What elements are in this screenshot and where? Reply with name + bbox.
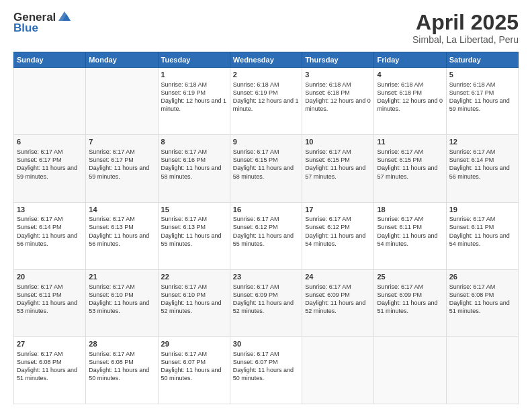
sunrise: Sunrise: 6:17 AM: [161, 216, 208, 222]
sunset: Sunset: 6:14 PM: [17, 224, 62, 230]
daylight: Daylight: 11 hours and 50 minutes.: [233, 367, 294, 381]
day-number: 30: [233, 339, 299, 349]
sunset: Sunset: 6:10 PM: [161, 291, 206, 298]
table-row: 24Sunrise: 6:17 AMSunset: 6:09 PMDayligh…: [302, 269, 374, 336]
daylight: Daylight: 11 hours and 51 minutes.: [449, 300, 510, 314]
day-number: 2: [233, 70, 299, 80]
calendar-week-row: 6Sunrise: 6:17 AMSunset: 6:17 PMDaylight…: [14, 135, 519, 202]
daylight: Daylight: 12 hours and 1 minute.: [233, 97, 299, 112]
daylight: Daylight: 11 hours and 58 minutes.: [233, 165, 294, 179]
sunrise: Sunrise: 6:17 AM: [233, 148, 279, 155]
day-number: 8: [161, 137, 227, 147]
daylight: Daylight: 11 hours and 53 minutes.: [89, 300, 149, 314]
table-row: 26Sunrise: 6:17 AMSunset: 6:08 PMDayligh…: [446, 269, 518, 336]
sunrise: Sunrise: 6:17 AM: [89, 216, 135, 222]
table-row: 7Sunrise: 6:17 AMSunset: 6:17 PMDaylight…: [86, 135, 158, 202]
day-number: 28: [89, 339, 154, 349]
day-number: 5: [449, 70, 515, 80]
daylight: Daylight: 11 hours and 56 minutes.: [89, 232, 149, 247]
daylight: Daylight: 11 hours and 59 minutes.: [89, 165, 149, 179]
sunrise: Sunrise: 6:17 AM: [233, 283, 279, 290]
daylight: Daylight: 11 hours and 51 minutes.: [377, 300, 437, 314]
day-number: 11: [377, 137, 443, 147]
table-row: 6Sunrise: 6:17 AMSunset: 6:17 PMDaylight…: [14, 135, 86, 202]
sunrise: Sunrise: 6:18 AM: [449, 81, 496, 88]
sunset: Sunset: 6:15 PM: [305, 156, 350, 163]
daylight: Daylight: 11 hours and 53 minutes.: [17, 300, 77, 314]
sunset: Sunset: 6:11 PM: [377, 224, 422, 230]
page: General Blue April 2025 Simbal, La Liber…: [0, 0, 532, 411]
sunrise: Sunrise: 6:17 AM: [305, 148, 351, 155]
calendar-week-row: 20Sunrise: 6:17 AMSunset: 6:11 PMDayligh…: [14, 269, 519, 336]
table-row: 17Sunrise: 6:17 AMSunset: 6:12 PMDayligh…: [302, 202, 374, 269]
calendar-week-row: 13Sunrise: 6:17 AMSunset: 6:14 PMDayligh…: [14, 202, 519, 269]
table-row: 9Sunrise: 6:17 AMSunset: 6:15 PMDaylight…: [230, 135, 302, 202]
col-thursday: Thursday: [302, 52, 374, 68]
sunset: Sunset: 6:08 PM: [17, 359, 62, 365]
sunset: Sunset: 6:09 PM: [305, 291, 350, 298]
day-number: 21: [89, 272, 154, 282]
table-row: 2Sunrise: 6:18 AMSunset: 6:19 PMDaylight…: [230, 68, 302, 135]
sunrise: Sunrise: 6:17 AM: [449, 148, 496, 155]
daylight: Daylight: 11 hours and 54 minutes.: [377, 232, 437, 247]
day-number: 14: [89, 205, 154, 215]
daylight: Daylight: 11 hours and 52 minutes.: [161, 300, 222, 314]
header: General Blue April 2025 Simbal, La Liber…: [13, 11, 519, 45]
daylight: Daylight: 11 hours and 54 minutes.: [305, 232, 365, 247]
table-row: 8Sunrise: 6:17 AMSunset: 6:16 PMDaylight…: [158, 135, 230, 202]
col-monday: Monday: [86, 52, 158, 68]
daylight: Daylight: 11 hours and 55 minutes.: [161, 232, 222, 247]
col-tuesday: Tuesday: [158, 52, 230, 68]
sunrise: Sunrise: 6:17 AM: [233, 351, 279, 357]
daylight: Daylight: 11 hours and 55 minutes.: [233, 232, 294, 247]
table-row: 19Sunrise: 6:17 AMSunset: 6:11 PMDayligh…: [446, 202, 518, 269]
daylight: Daylight: 11 hours and 57 minutes.: [305, 165, 365, 179]
sunset: Sunset: 6:19 PM: [161, 89, 206, 96]
sunset: Sunset: 6:13 PM: [89, 224, 134, 230]
sunrise: Sunrise: 6:17 AM: [377, 148, 423, 155]
table-row: 3Sunrise: 6:18 AMSunset: 6:18 PMDaylight…: [302, 68, 374, 135]
daylight: Daylight: 11 hours and 56 minutes.: [17, 232, 77, 247]
daylight: Daylight: 12 hours and 1 minute.: [161, 97, 227, 112]
day-number: 27: [17, 339, 83, 349]
day-number: 3: [305, 70, 371, 80]
sunset: Sunset: 6:17 PM: [17, 156, 62, 163]
sunset: Sunset: 6:17 PM: [89, 156, 134, 163]
daylight: Daylight: 11 hours and 50 minutes.: [89, 367, 149, 381]
sunset: Sunset: 6:18 PM: [305, 89, 350, 96]
sunset: Sunset: 6:11 PM: [17, 291, 62, 298]
day-number: 18: [377, 205, 443, 215]
daylight: Daylight: 11 hours and 58 minutes.: [161, 165, 222, 179]
sunrise: Sunrise: 6:17 AM: [17, 148, 63, 155]
table-row: 30Sunrise: 6:17 AMSunset: 6:07 PMDayligh…: [230, 336, 302, 404]
sunset: Sunset: 6:19 PM: [233, 89, 278, 96]
day-number: 7: [89, 137, 154, 147]
sunrise: Sunrise: 6:17 AM: [233, 216, 279, 222]
day-number: 17: [305, 205, 371, 215]
day-number: 10: [305, 137, 371, 147]
day-number: 22: [161, 272, 227, 282]
daylight: Daylight: 12 hours and 0 minutes.: [377, 97, 443, 112]
sunset: Sunset: 6:09 PM: [233, 291, 278, 298]
day-number: 19: [449, 205, 515, 215]
table-row: 15Sunrise: 6:17 AMSunset: 6:13 PMDayligh…: [158, 202, 230, 269]
table-row: 1Sunrise: 6:18 AMSunset: 6:19 PMDaylight…: [158, 68, 230, 135]
day-number: 23: [233, 272, 299, 282]
table-row: 13Sunrise: 6:17 AMSunset: 6:14 PMDayligh…: [14, 202, 86, 269]
table-row: 23Sunrise: 6:17 AMSunset: 6:09 PMDayligh…: [230, 269, 302, 336]
day-number: 24: [305, 272, 371, 282]
day-number: 12: [449, 137, 515, 147]
day-number: 20: [17, 272, 83, 282]
sunrise: Sunrise: 6:17 AM: [377, 216, 423, 222]
sunset: Sunset: 6:17 PM: [449, 89, 494, 96]
calendar-week-row: 1Sunrise: 6:18 AMSunset: 6:19 PMDaylight…: [14, 68, 519, 135]
sunset: Sunset: 6:08 PM: [89, 359, 134, 365]
col-friday: Friday: [374, 52, 446, 68]
sunset: Sunset: 6:15 PM: [377, 156, 422, 163]
sunrise: Sunrise: 6:17 AM: [305, 283, 351, 290]
sunrise: Sunrise: 6:17 AM: [449, 216, 496, 222]
sunrise: Sunrise: 6:17 AM: [17, 283, 63, 290]
sunset: Sunset: 6:13 PM: [161, 224, 206, 230]
table-row: 27Sunrise: 6:17 AMSunset: 6:08 PMDayligh…: [14, 336, 86, 404]
day-number: 15: [161, 205, 227, 215]
